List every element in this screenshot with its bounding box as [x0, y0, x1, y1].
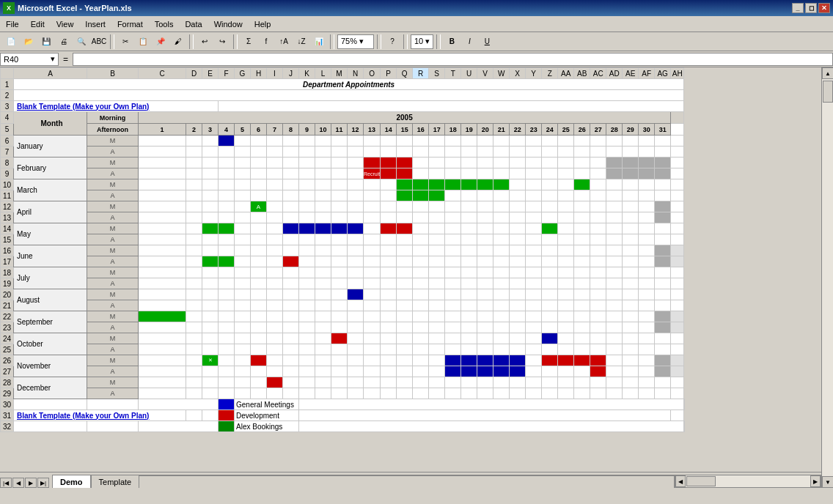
may-a-10[interactable]	[315, 234, 331, 245]
jul-a-15[interactable]	[397, 278, 413, 289]
sep-a-5[interactable]	[235, 322, 251, 333]
apr-a-1[interactable]	[139, 212, 186, 223]
apr-m-6[interactable]: A	[251, 201, 267, 212]
jun-m-14[interactable]	[381, 245, 397, 256]
jan-a-9[interactable]	[299, 147, 315, 158]
aug-m-16[interactable]	[413, 289, 429, 300]
jul-a-30[interactable]	[639, 278, 655, 289]
dec-m-2[interactable]	[186, 377, 202, 388]
may-a-19[interactable]	[461, 234, 477, 245]
feb-m-20[interactable]	[477, 158, 493, 168]
jul-m-28[interactable]	[606, 267, 623, 278]
jun-a-10[interactable]	[315, 256, 331, 267]
col-L[interactable]: L	[315, 68, 331, 79]
col-AF[interactable]: AF	[639, 68, 655, 79]
sep-a-23[interactable]	[526, 322, 542, 333]
jan-m-2[interactable]	[186, 136, 202, 147]
may-m-13[interactable]	[364, 223, 381, 234]
nov-a-3[interactable]	[202, 366, 219, 377]
jun-m-9[interactable]	[299, 245, 315, 256]
may-a-1[interactable]	[139, 234, 186, 245]
jul-a-7[interactable]	[267, 278, 283, 289]
dec-m-23[interactable]	[526, 377, 542, 388]
jun-a-22[interactable]	[510, 256, 526, 267]
feb-a-19[interactable]	[461, 168, 477, 179]
mar-m-30[interactable]	[639, 179, 655, 190]
oct-m-5[interactable]	[235, 333, 251, 344]
jan-a-12[interactable]	[348, 147, 364, 158]
apr-a-31[interactable]	[655, 212, 671, 223]
jul-a-25[interactable]	[558, 278, 574, 289]
feb-a-9[interactable]	[299, 168, 315, 179]
jul-m-16[interactable]	[413, 267, 429, 278]
sep-m-8[interactable]	[283, 311, 299, 322]
feb-a-31[interactable]	[655, 168, 671, 179]
scroll-thumb-vertical[interactable]	[823, 81, 833, 103]
jul-m-17[interactable]	[429, 267, 445, 278]
mar-a-27[interactable]	[590, 190, 606, 201]
feb-m-17[interactable]	[429, 158, 445, 168]
may-a-28[interactable]	[606, 234, 623, 245]
apr-a-25[interactable]	[558, 212, 574, 223]
jun-m-25[interactable]	[558, 245, 574, 256]
jun-m-10[interactable]	[315, 245, 331, 256]
feb-a-14[interactable]	[381, 168, 397, 179]
oct-m-16[interactable]	[413, 333, 429, 344]
col-S[interactable]: S	[429, 68, 445, 79]
copy-button[interactable]: 📋	[135, 34, 151, 50]
jun-m-17[interactable]	[429, 245, 445, 256]
dec-m-19[interactable]	[461, 377, 477, 388]
oct-m-20[interactable]	[477, 333, 493, 344]
spell-check-button[interactable]: ABC	[91, 34, 107, 50]
nov-m-24[interactable]	[542, 355, 558, 366]
jun-m-28[interactable]	[606, 245, 623, 256]
feb-a-11[interactable]	[331, 168, 348, 179]
aug-a-25[interactable]	[558, 300, 574, 311]
oct-m-14[interactable]	[381, 333, 397, 344]
mar-a-30[interactable]	[639, 190, 655, 201]
may-m-3[interactable]	[202, 223, 219, 234]
jan-m-23[interactable]	[526, 136, 542, 147]
jun-a-31[interactable]	[655, 256, 671, 267]
jul-a-27[interactable]	[590, 278, 606, 289]
may-m-27[interactable]	[590, 223, 606, 234]
oct-a-27[interactable]	[590, 344, 606, 355]
oct-a-8[interactable]	[283, 344, 299, 355]
feb-m-30[interactable]	[639, 158, 655, 168]
tab-first-button[interactable]: |◀	[0, 478, 12, 488]
sep-m-26[interactable]	[574, 311, 590, 322]
nov-a-30[interactable]	[639, 366, 655, 377]
sep-m-28[interactable]	[606, 311, 623, 322]
nov-a-19[interactable]	[461, 366, 477, 377]
oct-m-31[interactable]	[655, 333, 671, 344]
apr-a-3[interactable]	[202, 212, 219, 223]
may-m-28[interactable]	[606, 223, 623, 234]
jul-m-23[interactable]	[526, 267, 542, 278]
mar-a-11[interactable]	[331, 190, 348, 201]
aug-m-31[interactable]	[655, 289, 671, 300]
mar-a-25[interactable]	[558, 190, 574, 201]
col-AC[interactable]: AC	[590, 68, 606, 79]
feb-m-16[interactable]	[413, 158, 429, 168]
jun-m-1[interactable]	[139, 245, 186, 256]
col-N[interactable]: N	[348, 68, 364, 79]
oct-m-13[interactable]	[364, 333, 381, 344]
may-m-10[interactable]	[315, 223, 331, 234]
oct-a-3[interactable]	[202, 344, 219, 355]
jan-m-18[interactable]	[445, 136, 461, 147]
may-m-2[interactable]	[186, 223, 202, 234]
sep-m-30[interactable]	[639, 311, 655, 322]
feb-a-29[interactable]	[623, 168, 639, 179]
mar-a-6[interactable]	[251, 190, 267, 201]
may-a-8[interactable]	[283, 234, 299, 245]
jan-m-21[interactable]	[493, 136, 510, 147]
may-m-11[interactable]	[331, 223, 348, 234]
apr-a-20[interactable]	[477, 212, 493, 223]
may-a-20[interactable]	[477, 234, 493, 245]
apr-m-10[interactable]	[315, 201, 331, 212]
aug-a-13[interactable]	[364, 300, 381, 311]
apr-m-27[interactable]	[590, 201, 606, 212]
dec-m-18[interactable]	[445, 377, 461, 388]
jan-a-1[interactable]	[139, 147, 186, 158]
jul-m-30[interactable]	[639, 267, 655, 278]
